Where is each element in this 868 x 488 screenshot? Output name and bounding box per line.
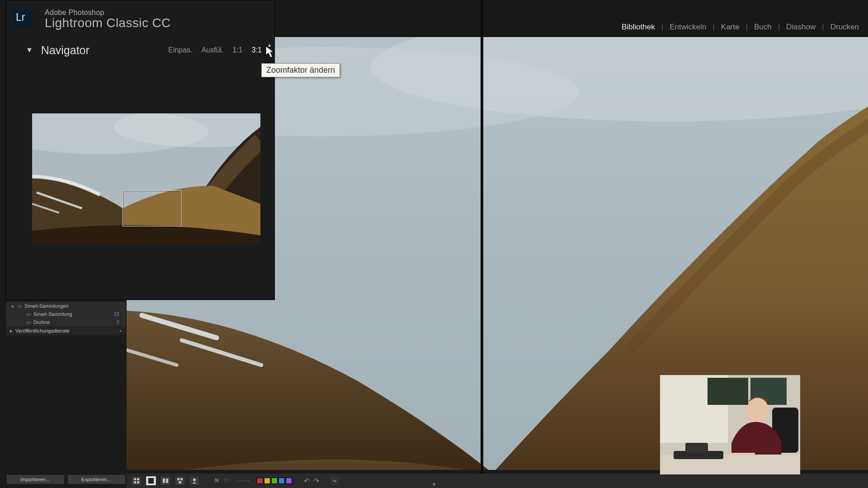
rotate-cw-icon[interactable]: ↷: [313, 477, 319, 485]
svg-rect-17: [179, 481, 181, 483]
loupe-view-button[interactable]: [146, 476, 156, 486]
svg-rect-12: [148, 478, 154, 483]
section-label: Veröffentlichungsdienste: [15, 328, 70, 333]
rating-stars[interactable]: •••••: [238, 479, 250, 483]
svg-point-18: [193, 479, 196, 481]
module-picker: Bibliothek| Entwickeln| Karte| Buch| Dia…: [619, 23, 862, 32]
section-arrow-icon: ▸: [10, 328, 13, 334]
filmstrip-toggle-icon[interactable]: ▾: [433, 481, 435, 488]
svg-rect-21: [708, 378, 748, 405]
collection-label: Drohne: [33, 319, 50, 325]
navigator-header[interactable]: ▼ Navigator Einpas. Ausfül. 1:1 3:1: [26, 41, 270, 59]
svg-rect-11: [137, 481, 139, 483]
svg-rect-14: [166, 479, 168, 483]
collection-row[interactable]: ▭ Drohne 2: [6, 318, 126, 326]
library-toolbar: ⚑ ⚐ ••••• ↶ ↷ ⇆: [127, 474, 868, 488]
collection-row[interactable]: ▸ ▭ Smart-Sammlungen: [6, 302, 126, 310]
collection-count: 22: [114, 311, 122, 317]
collections-sidebar: ▸ ▭ Smart-Sammlungen ▭ Smart-Sammlung 22…: [6, 302, 126, 335]
row-icon: ▭: [17, 303, 22, 309]
zoom-custom[interactable]: 3:1: [252, 46, 262, 54]
star-icon[interactable]: •: [245, 479, 247, 483]
module-tab-slideshow[interactable]: Diashow: [783, 23, 818, 32]
import-button[interactable]: Importieren…: [6, 474, 65, 484]
svg-point-24: [747, 398, 769, 423]
color-label-green[interactable]: [271, 478, 278, 484]
star-icon[interactable]: •: [238, 479, 240, 483]
svg-rect-13: [163, 479, 165, 483]
rotate-ccw-icon[interactable]: ↶: [304, 477, 310, 485]
survey-view-button[interactable]: [175, 476, 185, 486]
collection-label: Smart-Sammlung: [33, 311, 72, 317]
zoom-fit[interactable]: Einpas.: [168, 46, 192, 54]
export-button[interactable]: Exportieren…: [67, 474, 126, 484]
color-label-purple[interactable]: [286, 478, 292, 484]
zoom-tooltip: Zoomfaktor ändern: [261, 63, 340, 77]
collection-count: 2: [117, 319, 122, 325]
svg-text:Lr: Lr: [16, 11, 25, 23]
navigator-thumbnail[interactable]: [32, 113, 260, 244]
import-export-bar: Importieren… Exportieren…: [6, 474, 126, 484]
lightroom-logo-icon: Lr: [12, 7, 32, 27]
row-icon: ▭: [26, 311, 31, 317]
panel-seam: [481, 0, 483, 488]
brand-line2: Lightroom Classic CC: [45, 16, 171, 30]
app-brand: Adobe Photoshop Lightroom Classic CC: [45, 9, 171, 30]
zoom-fill[interactable]: Ausfül.: [202, 46, 224, 54]
collection-row[interactable]: ▭ Smart-Sammlung 22: [6, 310, 126, 318]
color-label-red[interactable]: [257, 478, 263, 484]
color-label-blue[interactable]: [278, 478, 285, 484]
svg-rect-15: [177, 478, 179, 480]
star-icon[interactable]: •: [243, 479, 245, 483]
module-tab-develop[interactable]: Entwickeln: [667, 23, 709, 32]
publish-services-header[interactable]: ▸ Veröffentlichungsdienste +: [6, 326, 126, 335]
navigator-panel-zoomed: Lr Adobe Photoshop Lightroom Classic CC …: [5, 0, 275, 300]
disclosure-triangle-icon[interactable]: ▼: [26, 46, 33, 54]
svg-rect-9: [137, 478, 139, 480]
flag-pick-icon[interactable]: ⚑: [213, 477, 220, 485]
svg-rect-10: [134, 481, 136, 483]
grid-view-button[interactable]: [131, 476, 142, 486]
color-labels: [257, 478, 292, 484]
svg-rect-8: [134, 478, 136, 480]
add-service-icon[interactable]: +: [119, 328, 122, 333]
compare-view-button[interactable]: [160, 476, 171, 486]
star-icon[interactable]: •: [241, 479, 242, 483]
module-tab-print[interactable]: Drucken: [828, 23, 862, 32]
zoom-dropdown-arrows-icon[interactable]: ▴▾: [267, 42, 272, 58]
row-arrow-icon: ▸: [12, 303, 14, 309]
module-tab-book[interactable]: Buch: [751, 23, 774, 32]
people-view-button[interactable]: [189, 476, 200, 486]
svg-rect-28: [685, 443, 708, 453]
row-icon: ▭: [26, 319, 31, 325]
webcam-overlay: [660, 375, 800, 474]
flag-reject-icon[interactable]: ⚐: [223, 477, 230, 485]
zoom-level-picker: Einpas. Ausfül. 1:1 3:1: [168, 41, 262, 59]
svg-rect-16: [180, 478, 183, 480]
sync-metadata-icon[interactable]: ⇆: [331, 478, 338, 484]
color-label-yellow[interactable]: [264, 478, 270, 484]
navigator-title: Navigator: [41, 44, 90, 57]
star-icon[interactable]: •: [248, 479, 250, 483]
module-tab-library[interactable]: Bibliothek: [619, 23, 658, 32]
zoom-1to1[interactable]: 1:1: [233, 46, 243, 54]
collection-label: Smart-Sammlungen: [24, 303, 69, 309]
module-tab-map[interactable]: Karte: [718, 23, 742, 32]
